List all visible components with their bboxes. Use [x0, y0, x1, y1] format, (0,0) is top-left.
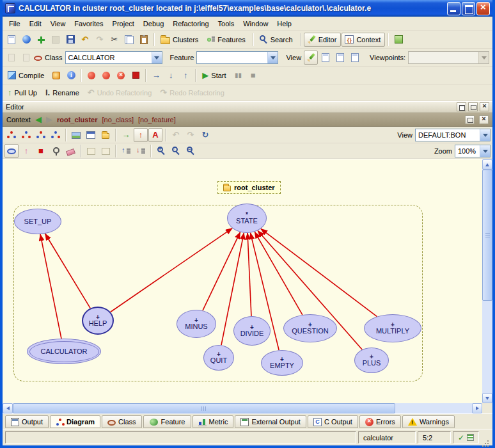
class-node-minus[interactable]: +MINUS — [177, 310, 216, 338]
circle-layout-button[interactable] — [84, 144, 98, 158]
context-back-icon[interactable]: ◀ — [35, 115, 42, 124]
run-button[interactable]: ▶Start — [199, 68, 230, 83]
step-over-button[interactable]: → — [149, 68, 163, 83]
breadcrumb-class[interactable]: [no_class] — [102, 116, 134, 124]
sort-ascending-button[interactable] — [119, 144, 133, 158]
zoom-in-button[interactable] — [154, 144, 168, 158]
remove-item-button[interactable] — [49, 33, 63, 47]
horizontal-scrollbar[interactable] — [3, 403, 482, 413]
sort-descending-button[interactable] — [134, 144, 148, 158]
contract-view-button[interactable] — [348, 51, 362, 65]
cluster-label-box[interactable]: root_cluster — [217, 181, 281, 194]
menu-item-help[interactable]: Help — [272, 18, 296, 29]
menu-item-window[interactable]: Window — [239, 18, 272, 29]
basic-view-button[interactable] — [304, 51, 318, 65]
menu-item-debug[interactable]: Debug — [139, 18, 168, 29]
scroll-up-button[interactable] — [482, 159, 492, 170]
menu-item-view[interactable]: View — [46, 18, 70, 29]
clickable-view-button[interactable] — [318, 51, 333, 65]
link-window-button[interactable] — [84, 128, 98, 142]
step-into-button[interactable]: ↓ — [164, 68, 178, 83]
export-diagram-button[interactable] — [69, 128, 83, 142]
edit-breakpoints-button[interactable] — [129, 68, 143, 83]
ignore-breakpoints-button[interactable] — [84, 68, 98, 83]
class-node-plus[interactable]: +PLUS — [354, 348, 389, 373]
context-button[interactable]: Context — [342, 33, 385, 47]
class-node-multiply[interactable]: +MULTIPLY — [364, 314, 421, 342]
anchor-item-button[interactable] — [49, 144, 63, 158]
menu-item-project[interactable]: Project — [108, 18, 139, 29]
class-node-divide[interactable]: +DIVIDE — [233, 316, 271, 346]
context-maximize-button[interactable] — [465, 115, 475, 124]
new-cluster-button[interactable] — [98, 128, 113, 142]
vertical-scrollbar[interactable] — [482, 159, 492, 403]
titlebar[interactable]: CALCULATOR in cluster root_cluster locat… — [3, 0, 492, 17]
menu-item-favorites[interactable]: Favorites — [70, 18, 107, 29]
zoom-to-fit-button[interactable] — [169, 144, 183, 158]
resize-grip[interactable] — [481, 433, 490, 444]
refresh-diagram-button[interactable]: ↻ — [198, 128, 212, 142]
new-window-button[interactable] — [4, 33, 19, 47]
clients-view-button[interactable] — [19, 128, 33, 142]
clear-breakpoints-button[interactable] — [114, 68, 128, 83]
menu-item-file[interactable]: File — [4, 18, 25, 29]
feature-combobox[interactable] — [196, 51, 278, 64]
menu-item-edit[interactable]: Edit — [25, 18, 46, 29]
editor-maximize-button[interactable] — [468, 102, 478, 111]
history-forward-button[interactable] — [19, 51, 33, 65]
undo-button[interactable]: ↶ — [78, 33, 92, 47]
maximize-button[interactable] — [462, 2, 475, 15]
tab-feature[interactable]: Feature — [143, 415, 191, 428]
history-back-button[interactable] — [4, 51, 19, 65]
tab-errors[interactable]: Errors — [359, 415, 401, 428]
ancestors-view-button[interactable] — [34, 128, 48, 142]
class-node-question[interactable]: +QUESTION — [283, 314, 337, 342]
context-forward-icon[interactable]: ▶ — [46, 115, 52, 124]
tab-output[interactable]: Output — [5, 415, 49, 428]
compile-button[interactable]: Compile — [4, 68, 49, 83]
scroll-down-button[interactable] — [482, 393, 492, 403]
cut-button[interactable]: ✂ — [107, 33, 122, 47]
redo-refactoring-button[interactable]: ↷Redo Refactoring — [157, 86, 229, 100]
pull-up-button[interactable]: ↑Pull Up — [4, 86, 42, 100]
class-node-help[interactable]: +HELP — [82, 307, 114, 335]
erase-item-button[interactable] — [63, 144, 77, 158]
external-editor-button[interactable] — [391, 33, 405, 47]
horizontal-scroll-thumb[interactable] — [13, 403, 395, 413]
undo-refactoring-button[interactable]: ↶Undo Refactoring — [84, 86, 157, 100]
tab-diagram[interactable]: Diagram — [50, 415, 100, 428]
tab-metric[interactable]: Metric — [192, 415, 234, 428]
viewpoints-combobox[interactable] — [408, 51, 489, 64]
class-combobox[interactable]: CALCULATOR — [65, 51, 162, 64]
zoom-combobox[interactable]: 100% — [455, 145, 491, 157]
zoom-out-button[interactable] — [184, 144, 198, 158]
flat-view-button[interactable] — [333, 51, 347, 65]
scroll-right-button[interactable] — [472, 403, 482, 413]
redo-button[interactable]: ↷ — [93, 33, 107, 47]
diagram-view-combobox[interactable]: DEFAULT:BON — [415, 129, 491, 141]
menu-item-tools[interactable]: Tools — [214, 18, 239, 29]
class-combobox-arrow-icon[interactable] — [152, 52, 162, 63]
zoom-arrow-icon[interactable] — [480, 145, 490, 157]
reroute-link-button[interactable]: ↑ — [19, 144, 33, 158]
scroll-left-button[interactable] — [3, 403, 13, 413]
new-class-node-button[interactable] — [4, 144, 19, 158]
diagram-undo-button[interactable]: ↶ — [169, 128, 183, 142]
class-node-set_up[interactable]: SET_UP — [14, 209, 61, 234]
tab-warnings[interactable]: Warnings — [402, 415, 455, 428]
context-close-button[interactable] — [479, 115, 489, 124]
client-supplier-link-button[interactable]: → — [119, 128, 133, 142]
rename-button[interactable]: I.Rename — [42, 86, 84, 100]
cluster-layout-button[interactable] — [98, 144, 113, 158]
editor-close-button[interactable] — [480, 102, 489, 111]
tab-class[interactable]: Class — [102, 415, 142, 428]
text-label-button[interactable]: A — [148, 128, 162, 142]
editor-float-button[interactable] — [457, 102, 466, 111]
class-node-empty[interactable]: +EMPTY — [261, 350, 303, 376]
tab-external-output[interactable]: External Output — [235, 415, 306, 428]
save-button[interactable] — [63, 33, 77, 47]
feature-combobox-arrow-icon[interactable] — [267, 52, 278, 63]
step-out-button[interactable]: ↑ — [178, 68, 192, 83]
breadcrumb-feature[interactable]: [no_feature] — [138, 116, 176, 124]
clusters-button[interactable]: Clusters — [157, 33, 203, 47]
